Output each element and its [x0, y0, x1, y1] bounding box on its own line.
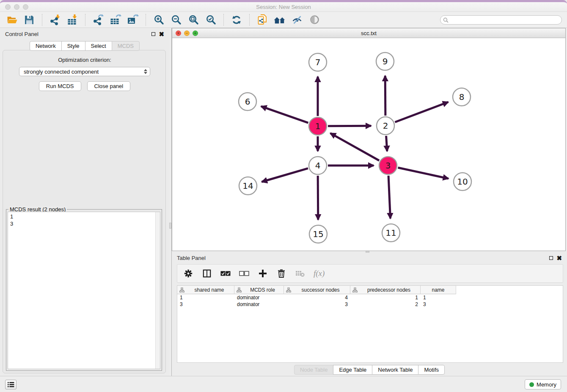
- graph-node-6[interactable]: 6: [239, 93, 256, 110]
- close-panel-icon[interactable]: ✖: [159, 32, 164, 36]
- graph-node-2[interactable]: 2: [377, 117, 394, 135]
- column-header-mcds-role[interactable]: MCDS role: [234, 286, 284, 294]
- mcds-result-list[interactable]: 13: [8, 212, 160, 369]
- zoom-fit-icon[interactable]: [187, 14, 200, 26]
- zoom-in-icon[interactable]: [152, 14, 165, 26]
- search-input[interactable]: [440, 15, 562, 25]
- tab-edge-table[interactable]: Edge Table: [333, 365, 372, 375]
- tab-network[interactable]: Network: [30, 41, 62, 51]
- graph-edge-2-9[interactable]: [385, 76, 385, 116]
- graph-edge-3-1[interactable]: [330, 133, 379, 161]
- first-neighbors-icon[interactable]: [273, 14, 286, 26]
- column-label: predecessor nodes: [358, 287, 420, 293]
- open-session-icon[interactable]: [5, 14, 19, 26]
- save-session-icon[interactable]: [22, 14, 36, 26]
- duplicate-network-icon[interactable]: [256, 14, 269, 26]
- graph-edge-1-6[interactable]: [261, 106, 308, 123]
- graph-edge-2-8[interactable]: [395, 102, 448, 122]
- show-column-icon[interactable]: [202, 268, 212, 279]
- tab-network-table[interactable]: Network Table: [372, 365, 418, 375]
- graph-node-14[interactable]: 14: [239, 177, 257, 195]
- delete-table-icon: [295, 268, 305, 279]
- graph-edge-3-10[interactable]: [398, 168, 448, 179]
- table-panel-tabs: Node TableEdge TableNetwork TableMotifs: [172, 365, 567, 375]
- run-mcds-button[interactable]: Run MCDS: [39, 81, 81, 91]
- table-row[interactable]: 3dominator323: [177, 301, 563, 308]
- graph-node-7[interactable]: 7: [309, 53, 327, 71]
- select-all-columns-icon[interactable]: [220, 268, 231, 279]
- table-panel-title: Table Panel: [177, 255, 206, 261]
- column-header-shared-name[interactable]: shared name: [177, 286, 234, 294]
- column-label: successor nodes: [291, 287, 350, 293]
- graph-node-11[interactable]: 11: [382, 224, 400, 242]
- node-table-header: shared nameMCDS rolesuccessor nodesprede…: [177, 286, 563, 294]
- graph-edge-2-3[interactable]: [386, 136, 387, 151]
- tab-select[interactable]: Select: [85, 41, 112, 51]
- column-type-icon: [352, 287, 358, 293]
- toolbar-separator: [42, 14, 42, 26]
- node-label: 1: [315, 121, 321, 131]
- zoom-out-icon[interactable]: [169, 14, 183, 26]
- dropdown-stepper-icon: [144, 69, 147, 74]
- graph-edge-4-15[interactable]: [318, 176, 318, 220]
- refresh-view-icon[interactable]: [230, 14, 243, 26]
- float-panel-icon[interactable]: [151, 32, 155, 36]
- deselect-all-columns-icon[interactable]: [239, 268, 249, 279]
- import-table-icon[interactable]: [66, 14, 79, 26]
- column-label: MCDS role: [242, 287, 284, 293]
- delete-column-icon[interactable]: [276, 268, 286, 279]
- table-settings-icon[interactable]: [183, 268, 193, 279]
- column-header-name[interactable]: name: [421, 286, 456, 294]
- result-scrollbar[interactable]: [155, 212, 160, 369]
- graph-edge-3-11[interactable]: [388, 176, 390, 218]
- criterion-dropdown[interactable]: strongly connected component: [19, 67, 150, 76]
- table-cell: 2: [350, 301, 421, 308]
- memory-button[interactable]: Memory: [525, 379, 561, 389]
- network-view-window: × − + scc.txt 7968124314101511: [172, 28, 566, 251]
- network-window-title: scc.txt: [172, 30, 565, 36]
- show-hidden-icon[interactable]: [308, 14, 321, 26]
- tab-style[interactable]: Style: [61, 41, 85, 51]
- graph-node-1[interactable]: 1: [309, 117, 327, 135]
- table-row[interactable]: 1dominator411: [177, 294, 563, 301]
- table-cell: 3: [421, 301, 456, 308]
- table-cell: 3: [284, 301, 350, 308]
- add-column-icon[interactable]: [258, 268, 268, 279]
- control-panel: Control Panel ✖ NetworkStyleSelectMCDS O…: [0, 28, 169, 376]
- splitter-grip[interactable]: [169, 223, 171, 229]
- zoom-selected-icon[interactable]: [204, 14, 217, 26]
- table-cell: 1: [421, 294, 456, 301]
- close-panel-icon[interactable]: ✖: [556, 256, 562, 260]
- close-panel-button[interactable]: Close panel: [87, 81, 131, 91]
- float-panel-icon[interactable]: [549, 256, 553, 260]
- tab-node-table[interactable]: Node Table: [294, 365, 334, 375]
- node-label: 9: [383, 56, 388, 66]
- show-panels-button[interactable]: [5, 380, 17, 389]
- import-network-icon[interactable]: [48, 14, 62, 26]
- mcds-result-group: MCDS result (2 nodes) 13: [6, 209, 162, 371]
- table-cell: 3: [177, 301, 234, 308]
- column-header-predecessor-nodes[interactable]: predecessor nodes: [350, 286, 421, 294]
- graph-edge-4-14[interactable]: [262, 168, 308, 182]
- network-canvas[interactable]: 7968124314101511: [172, 38, 565, 251]
- tab-motifs[interactable]: Motifs: [418, 365, 445, 375]
- tab-mcds[interactable]: MCDS: [112, 41, 140, 51]
- export-image-icon[interactable]: [126, 14, 140, 26]
- column-type-icon: [237, 287, 242, 293]
- column-header-successor-nodes[interactable]: successor nodes: [284, 286, 350, 294]
- network-window-titlebar: × − + scc.txt: [172, 28, 565, 38]
- graph-node-4[interactable]: 4: [309, 157, 327, 174]
- hide-selected-icon[interactable]: [290, 14, 304, 26]
- graph-edge-1-2[interactable]: [328, 126, 371, 126]
- graph-node-10[interactable]: 10: [454, 173, 471, 190]
- graph-node-9[interactable]: 9: [376, 52, 394, 70]
- graph-node-15[interactable]: 15: [309, 225, 327, 243]
- node-label: 15: [313, 229, 323, 239]
- control-panel-header: Control Panel ✖: [0, 28, 169, 40]
- node-table[interactable]: shared nameMCDS rolesuccessor nodesprede…: [177, 285, 563, 363]
- graph-node-8[interactable]: 8: [453, 88, 471, 106]
- export-network-icon[interactable]: [91, 14, 105, 26]
- toolbar-separator: [146, 14, 146, 26]
- graph-node-3[interactable]: 3: [379, 157, 397, 174]
- export-table-icon[interactable]: [109, 14, 122, 26]
